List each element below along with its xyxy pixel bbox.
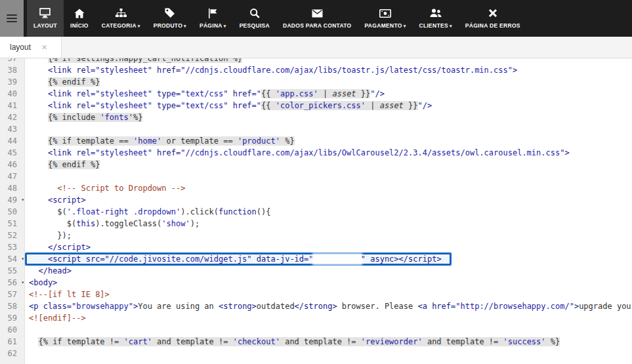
line-number: 48 [0, 182, 25, 194]
editor-tab-bar: layout ✕ [0, 37, 632, 58]
code-line[interactable]: <![endif]--> [25, 312, 86, 324]
code-line[interactable] [25, 348, 29, 359]
nav-item-pesquisa[interactable]: PESQUISA [233, 0, 276, 37]
line-number: 43 [0, 123, 25, 135]
code-row: 44 {% if template == 'home' or template … [0, 135, 632, 147]
code-line[interactable]: <!--[if lt IE 8]> [25, 289, 110, 300]
nav-item-label: DADOS PARA CONTATO [283, 22, 352, 29]
code-line[interactable]: <link rel="stylesheet" href="//cdnjs.clo… [25, 64, 517, 76]
code-row: 60 [0, 324, 632, 336]
code-line[interactable]: }); [25, 230, 72, 241]
nav-item-label: CLIENTES▾ [419, 22, 452, 29]
top-nav-items: LAYOUTINÍCIOCATEGORIA▾PRODUTO▾PÁGINA▾PES… [27, 0, 527, 37]
line-number: 41 [0, 100, 25, 111]
nav-item-label: CATEGORIA▾ [102, 22, 140, 29]
line-number: 50 [0, 206, 25, 218]
nav-item-label: PÁGINA DE ERROS [465, 22, 520, 29]
caret-down-icon: ▾ [138, 24, 140, 28]
code-row: 41 <link rel="stylesheet" type="text/css… [0, 100, 632, 111]
code-line[interactable]: <p class="browsehappy">You are using an … [25, 300, 632, 312]
nav-item-layout[interactable]: LAYOUT [27, 0, 64, 37]
code-line[interactable]: $('.float-right .dropdown').click(functi… [25, 206, 270, 218]
code-row: 38 <link rel="stylesheet" href="//cdnjs.… [0, 64, 632, 76]
tab-layout[interactable]: layout ✕ [0, 37, 62, 58]
menu-button[interactable] [0, 0, 24, 37]
sitemap-icon [116, 8, 127, 18]
code-row: 39 {% endif %} [0, 76, 632, 88]
line-number: 47 [0, 171, 25, 182]
code-line[interactable]: <link rel="stylesheet" href="//cdnjs.clo… [25, 147, 570, 159]
code-line[interactable]: <!-- Script to Dropdown --> [25, 182, 185, 194]
nav-item-in-cio[interactable]: INÍCIO [64, 0, 95, 37]
line-number: 49▾ [0, 194, 25, 206]
nav-item-label: PAGAMENTO▾ [365, 22, 406, 29]
line-number: 45 [0, 147, 25, 159]
line-number: 37 [0, 58, 25, 64]
home-icon [74, 8, 85, 18]
code-row: 59<![endif]--> [0, 312, 632, 324]
code-row: 57<!--[if lt IE 8]> [0, 289, 632, 300]
nav-item-clientes[interactable]: CLIENTES▾ [413, 0, 459, 37]
users-icon [430, 8, 442, 18]
code-line[interactable]: </script> [25, 241, 91, 253]
line-number: 60 [0, 324, 25, 336]
code-line[interactable] [25, 171, 29, 182]
nav-item-p-gina-de-erros[interactable]: PÁGINA DE ERROS [459, 0, 527, 37]
line-number: 46 [0, 159, 25, 171]
code-row: 62 [0, 348, 632, 359]
nav-item-categoria[interactable]: CATEGORIA▾ [95, 0, 147, 37]
line-number: 57 [0, 289, 25, 300]
code-editor[interactable]: 37 {% if settings.happy_cart_notificatio… [0, 58, 632, 364]
line-number: 56▾ [0, 277, 25, 289]
code-line[interactable]: <body> [25, 277, 57, 289]
code-line[interactable] [25, 324, 29, 336]
code-line[interactable]: $(this).toggleClass('show'); [25, 218, 200, 230]
code-row: 46 {% endif %} [0, 159, 632, 171]
code-line[interactable] [25, 123, 29, 135]
line-number: 40 [0, 88, 25, 100]
flag-icon [208, 8, 217, 18]
nav-item-label: INÍCIO [70, 22, 89, 29]
line-number: 54▾ [0, 253, 25, 265]
caret-down-icon: ▾ [184, 24, 186, 28]
code-line[interactable]: {% if template != 'cart' and template !=… [25, 336, 560, 348]
nav-item-pagamento[interactable]: PAGAMENTO▾ [358, 0, 413, 37]
line-number: 58 [0, 300, 25, 312]
code-lines: 37 {% if settings.happy_cart_notificatio… [0, 58, 632, 359]
search-icon [249, 8, 260, 18]
fold-toggle-icon[interactable]: ▾ [21, 253, 24, 265]
code-line[interactable]: </head> [25, 265, 72, 277]
nav-item-produto[interactable]: PRODUTO▾ [147, 0, 193, 37]
code-line[interactable]: {% if settings.happy_cart_notification %… [25, 58, 242, 64]
close-icon [488, 8, 497, 18]
line-number: 39 [0, 76, 25, 88]
nav-item-label: PÁGINA▾ [200, 22, 226, 29]
code-row: 52 }); [0, 230, 632, 241]
nav-item-p-gina[interactable]: PÁGINA▾ [193, 0, 233, 37]
code-line[interactable]: <link rel="stylesheet" type="text/css" h… [25, 88, 385, 100]
caret-down-icon: ▾ [404, 24, 406, 28]
nav-item-dados-para-contato[interactable]: DADOS PARA CONTATO [276, 0, 358, 37]
code-line[interactable]: {% if template == 'home' or template == … [25, 135, 295, 147]
top-navbar: LAYOUTINÍCIOCATEGORIA▾PRODUTO▾PÁGINA▾PES… [0, 0, 632, 37]
code-line[interactable]: <script> [25, 194, 86, 206]
caret-down-icon: ▾ [224, 24, 226, 28]
fold-toggle-icon[interactable]: ▾ [21, 277, 24, 289]
code-line[interactable]: <script src="//code.jivosite.com/widget.… [25, 253, 442, 265]
tag-icon [165, 8, 175, 18]
code-line[interactable]: <link rel="stylesheet" type="text/css" h… [25, 100, 432, 111]
nav-item-label: LAYOUT [33, 22, 57, 29]
line-number: 44 [0, 135, 25, 147]
line-number: 59 [0, 312, 25, 324]
code-line[interactable]: {% include 'fonts'%} [25, 111, 142, 123]
code-row: 37 {% if settings.happy_cart_notificatio… [0, 58, 632, 64]
code-line[interactable]: {% endif %} [25, 76, 100, 88]
code-line[interactable]: {% endif %} [25, 159, 100, 171]
code-row: 40 <link rel="stylesheet" type="text/css… [0, 88, 632, 100]
tab-close-icon[interactable]: ✕ [41, 43, 47, 52]
envelope-icon [312, 8, 323, 18]
caret-down-icon: ▾ [450, 24, 452, 28]
code-row: 43 [0, 123, 632, 135]
fold-toggle-icon[interactable]: ▾ [21, 194, 24, 206]
code-row: 56▾<body> [0, 277, 632, 289]
